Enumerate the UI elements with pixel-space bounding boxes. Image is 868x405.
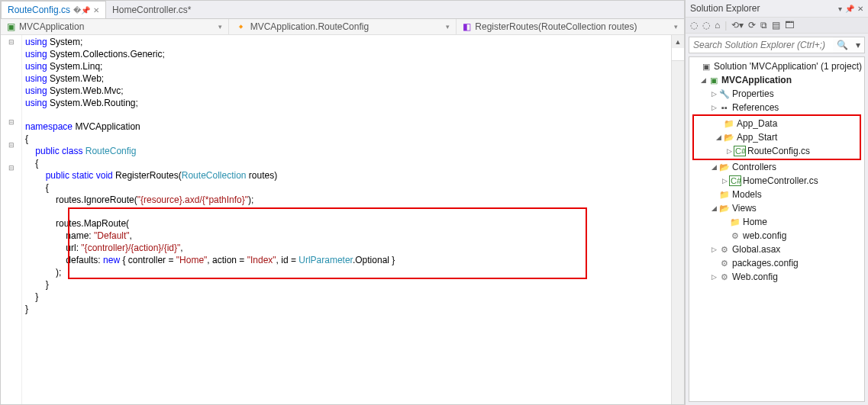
fold-toggle[interactable]: ⊟ (1, 36, 21, 47)
chevron-down-icon[interactable]: ▾ (852, 40, 864, 50)
refresh-icon[interactable]: ⟳ (748, 20, 756, 31)
panel-title-bar: Solution Explorer ▾ 📌 ✕ (686, 0, 868, 17)
references-icon: ▪▪ (718, 103, 731, 112)
fold-gutter: ⊟ ⊟ ⊟ ⊟ (1, 35, 22, 404)
show-all-icon[interactable]: ▤ (772, 20, 780, 31)
code-text[interactable]: using System; using System.Collections.G… (22, 35, 671, 404)
search-icon[interactable]: 🔍 (833, 40, 852, 50)
sync-icon[interactable]: ⟲▾ (731, 20, 744, 31)
project-icon: ▣ (708, 76, 720, 85)
csharp-file-icon: C# (729, 175, 741, 186)
tab-label: RouteConfig.cs (8, 5, 70, 15)
folder-open-icon: 📂 (718, 204, 731, 214)
config-file-icon: ⚙ (718, 272, 731, 282)
routeconfig-node[interactable]: ▷C#RouteConfig.cs (694, 144, 860, 158)
solution-explorer-panel: Solution Explorer ▾ 📌 ✕ ◌ ◌ ⌂ | ⟲▾ ⟳ ⧉ ▤… (685, 0, 868, 405)
expander-icon[interactable]: ▷ (724, 147, 734, 155)
properties-node[interactable]: ▷🔧Properties (689, 87, 864, 101)
references-node[interactable]: ▷▪▪References (689, 101, 864, 114)
chevron-down-icon[interactable]: ▾ (218, 23, 222, 31)
scroll-up-icon[interactable]: ▲ (672, 35, 684, 48)
asax-file-icon: ⚙ (718, 245, 731, 255)
models-node[interactable]: 📁Models (689, 188, 864, 201)
crumb-label: RegisterRoutes(RouteCollection routes) (475, 21, 637, 32)
chevron-down-icon[interactable]: ▾ (446, 23, 450, 31)
navigation-bar: ▣ MVCApplication ▾ 🔸 MVCApplication.Rout… (1, 19, 684, 35)
panel-title: Solution Explorer (690, 3, 760, 14)
class-icon: 🔸 (235, 21, 247, 32)
expander-icon[interactable]: ◢ (699, 76, 708, 84)
vertical-scrollbar[interactable]: ▲ (671, 35, 684, 404)
crumb-method[interactable]: ◧ RegisterRoutes(RouteCollection routes)… (457, 19, 684, 34)
fold-toggle[interactable]: ⊟ (1, 116, 21, 127)
expander-icon[interactable]: ◢ (709, 163, 718, 171)
solution-search: 🔍 ▾ (689, 37, 865, 53)
controllers-node[interactable]: ◢📂Controllers (689, 160, 864, 174)
expander-icon[interactable]: ◢ (714, 133, 723, 141)
code-editor-panel: RouteConfig.cs �📌 ✕ HomeController.cs* ▣… (0, 0, 685, 405)
solution-icon: ▣ (700, 62, 712, 72)
expander-icon[interactable]: ▷ (709, 90, 718, 98)
folder-icon: 📁 (723, 119, 735, 129)
split-toggle[interactable] (672, 48, 684, 61)
pin-icon[interactable]: �📌 (73, 6, 90, 14)
highlight-box: 📁App_Data ◢📂App_Start ▷C#RouteConfig.cs (692, 114, 861, 160)
expander-icon[interactable]: ◢ (709, 204, 718, 212)
close-icon[interactable]: ✕ (857, 5, 863, 13)
views-node[interactable]: ◢📂Views (689, 201, 864, 215)
crumb-project[interactable]: ▣ MVCApplication ▾ (1, 19, 229, 34)
chevron-down-icon[interactable]: ▾ (674, 23, 678, 31)
pin-icon[interactable]: 📌 (845, 5, 854, 13)
globalasax-node[interactable]: ▷⚙Global.asax (689, 243, 864, 256)
dropdown-icon[interactable]: ▾ (838, 5, 842, 13)
fold-toggle[interactable]: ⊟ (1, 139, 21, 150)
collapse-icon[interactable]: ⧉ (760, 20, 767, 31)
tab-strip: RouteConfig.cs �📌 ✕ HomeController.cs* (1, 1, 684, 19)
crumb-class[interactable]: 🔸 MVCApplication.RouteConfig ▾ (229, 19, 457, 34)
appdata-node[interactable]: 📁App_Data (694, 117, 860, 130)
folder-open-icon: 📂 (723, 133, 735, 143)
code-surface: ⊟ ⊟ ⊟ ⊟ using System; using System.Colle… (1, 35, 684, 404)
forward-icon[interactable]: ◌ (702, 20, 710, 31)
wrench-icon: 🔧 (718, 89, 731, 99)
tab-homecontroller[interactable]: HomeController.cs* (106, 1, 197, 18)
expander-icon[interactable]: ▷ (709, 104, 718, 111)
crumb-label: MVCApplication (19, 21, 84, 32)
project-node[interactable]: ◢▣MVCApplication (689, 73, 864, 87)
tab-label: HomeController.cs* (112, 5, 191, 15)
back-icon[interactable]: ◌ (690, 20, 698, 31)
packages-node[interactable]: ⚙packages.config (689, 256, 864, 270)
expander-icon[interactable]: ▷ (720, 177, 729, 185)
home-folder-node[interactable]: 📁Home (689, 215, 864, 229)
folder-icon: 📁 (729, 217, 741, 227)
method-icon: ◧ (463, 21, 471, 32)
tab-routeconfig[interactable]: RouteConfig.cs �📌 ✕ (1, 1, 106, 18)
search-input[interactable] (689, 37, 833, 53)
appstart-node[interactable]: ◢📂App_Start (694, 130, 860, 144)
solution-node[interactable]: ▣Solution 'MVCApplication' (1 project) (689, 59, 864, 73)
expander-icon[interactable]: ▷ (709, 246, 718, 253)
config-file-icon: ⚙ (729, 231, 741, 241)
csharp-file-icon: C# (734, 146, 746, 156)
folder-icon: 📁 (718, 190, 731, 200)
folder-open-icon: 📂 (718, 162, 731, 172)
config-file-icon: ⚙ (718, 259, 731, 268)
webconfig-root-node[interactable]: ▷⚙Web.config (689, 270, 864, 284)
expander-icon[interactable]: ▷ (709, 273, 718, 281)
webconfig-node[interactable]: ⚙web.config (689, 229, 864, 243)
solution-tree: ▣Solution 'MVCApplication' (1 project) ◢… (689, 56, 865, 402)
solution-toolbar: ◌ ◌ ⌂ | ⟲▾ ⟳ ⧉ ▤ 🗔 (686, 17, 868, 34)
properties-icon[interactable]: 🗔 (785, 20, 794, 31)
project-icon: ▣ (7, 21, 15, 32)
fold-toggle[interactable]: ⊟ (1, 162, 21, 173)
crumb-label: MVCApplication.RouteConfig (250, 21, 369, 32)
home-icon[interactable]: ⌂ (715, 20, 720, 31)
homecontroller-node[interactable]: ▷C#HomeController.cs (689, 174, 864, 188)
close-icon[interactable]: ✕ (93, 6, 99, 14)
